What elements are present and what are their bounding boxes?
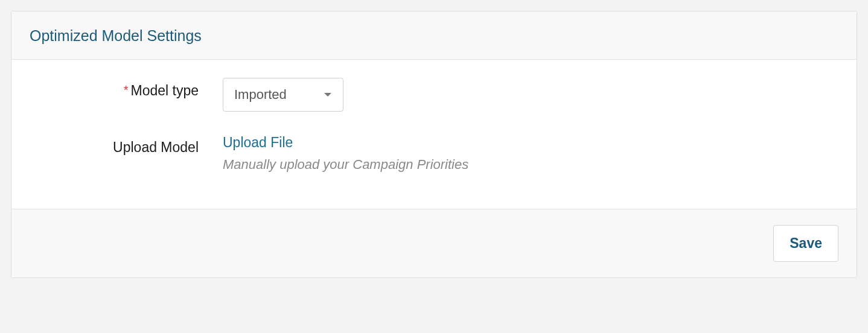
upload-file-link[interactable]: Upload File	[223, 135, 293, 151]
model-type-label-text: Model type	[130, 83, 199, 98]
model-type-selected-value: Imported	[234, 87, 315, 103]
upload-model-field-col: Upload File Manually upload your Campaig…	[223, 135, 838, 173]
model-type-select[interactable]: Imported	[223, 78, 343, 112]
upload-model-label-col: Upload Model	[30, 135, 223, 156]
model-type-field-col: Imported	[223, 78, 838, 112]
required-indicator: *	[124, 83, 129, 97]
upload-model-label: Upload Model	[113, 139, 199, 155]
model-type-row: *Model type Imported	[30, 78, 838, 112]
panel-body: *Model type Imported Upload Model Upload…	[11, 60, 857, 209]
upload-model-row: Upload Model Upload File Manually upload…	[30, 135, 838, 173]
chevron-down-icon	[324, 92, 332, 97]
settings-panel: Optimized Model Settings *Model type Imp…	[11, 11, 857, 278]
panel-footer: Save	[11, 209, 857, 278]
save-button[interactable]: Save	[773, 225, 838, 262]
model-type-label: *Model type	[124, 83, 199, 98]
panel-header: Optimized Model Settings	[11, 11, 857, 60]
model-type-label-col: *Model type	[30, 78, 223, 99]
panel-title: Optimized Model Settings	[30, 27, 838, 45]
upload-model-help-text: Manually upload your Campaign Priorities	[223, 157, 838, 173]
